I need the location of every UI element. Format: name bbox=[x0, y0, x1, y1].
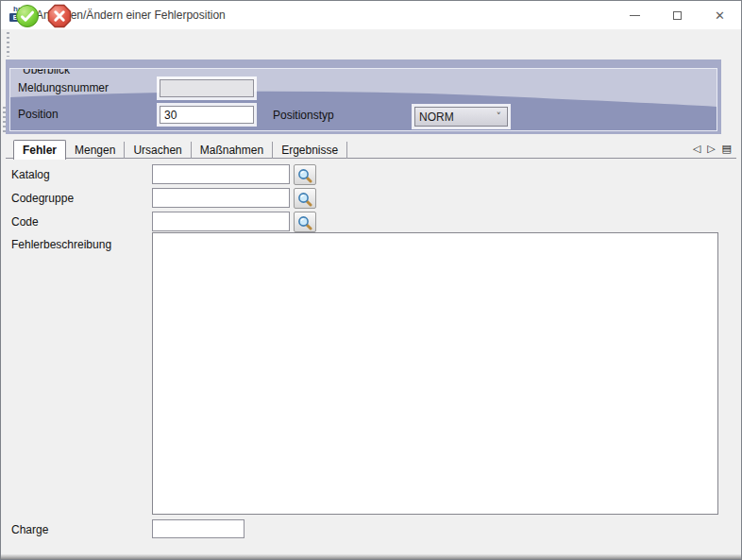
confirm-button[interactable] bbox=[15, 4, 40, 28]
magnifier-icon bbox=[297, 215, 312, 230]
minimize-icon bbox=[630, 15, 640, 16]
meldungsnummer-label: Meldungsnummer bbox=[18, 81, 109, 94]
dialog-window: hsc ERP Anzeigen/Ändern einer Fehlerposi… bbox=[0, 0, 742, 560]
codegruppe-label: Codegruppe bbox=[11, 192, 74, 205]
position-label: Position bbox=[18, 108, 59, 121]
positionstyp-select[interactable]: NORM ˅ bbox=[414, 107, 508, 127]
close-icon: ✕ bbox=[715, 9, 725, 22]
overview-wave-background bbox=[10, 69, 717, 131]
tab-massnahmen[interactable]: Maßnahmen bbox=[192, 142, 273, 159]
fehlerbeschreibung-textarea[interactable] bbox=[152, 232, 718, 515]
chevron-down-icon: ˅ bbox=[497, 110, 502, 123]
charge-field[interactable] bbox=[152, 519, 245, 538]
maximize-button[interactable] bbox=[656, 1, 699, 29]
codegruppe-field[interactable] bbox=[152, 188, 290, 208]
tab-strip: Fehler Mengen Ursachen Maßnahmen Ergebni… bbox=[13, 139, 347, 159]
magnifier-icon bbox=[297, 192, 312, 207]
katalog-field[interactable] bbox=[152, 164, 290, 184]
cancel-octagon-icon bbox=[47, 4, 72, 28]
positionstyp-selected-value: NORM bbox=[419, 110, 497, 124]
minimize-button[interactable] bbox=[614, 1, 656, 29]
tab-ursachen[interactable]: Ursachen bbox=[125, 142, 191, 159]
position-field[interactable] bbox=[160, 106, 254, 124]
cancel-button[interactable] bbox=[47, 4, 72, 28]
meldungsnummer-field[interactable] bbox=[160, 79, 254, 97]
katalog-search-button[interactable] bbox=[294, 164, 316, 185]
fehlerbeschreibung-label: Fehlerbeschreibung bbox=[11, 238, 111, 251]
toolbar bbox=[1, 29, 741, 59]
tab-mengen[interactable]: Mengen bbox=[66, 142, 125, 159]
maximize-icon bbox=[673, 11, 682, 20]
title-bar: hsc ERP Anzeigen/Ändern einer Fehlerposi… bbox=[1, 1, 741, 29]
toolbar-gripper[interactable] bbox=[7, 32, 9, 57]
tab-ergebnisse[interactable]: Ergebnisse bbox=[273, 142, 347, 159]
close-button[interactable]: ✕ bbox=[699, 1, 741, 29]
tab-fehler[interactable]: Fehler bbox=[13, 140, 66, 160]
tab-nav-controls: ◁ ▷ ▤ bbox=[693, 141, 732, 156]
code-field[interactable] bbox=[152, 212, 290, 231]
tab-list-icon[interactable]: ▤ bbox=[722, 144, 732, 154]
window-controls: ✕ bbox=[614, 1, 741, 29]
code-label: Code bbox=[11, 215, 39, 229]
code-search-button[interactable] bbox=[294, 212, 316, 232]
overview-legend: Überblick bbox=[19, 68, 74, 76]
codegruppe-search-button[interactable] bbox=[294, 188, 316, 209]
katalog-label: Katalog bbox=[11, 168, 50, 181]
positionstyp-label: Positionstyp bbox=[273, 109, 334, 122]
magnifier-icon bbox=[297, 168, 312, 183]
overview-groupbox: Überblick bbox=[9, 68, 717, 131]
tab-scroll-right-icon[interactable]: ▷ bbox=[707, 144, 715, 154]
overview-panel: Überblick Meldungsnummer Position Positi… bbox=[6, 59, 721, 134]
charge-label: Charge bbox=[11, 523, 48, 536]
tab-scroll-left-icon[interactable]: ◁ bbox=[693, 144, 700, 154]
tab-content-fehler: Katalog Codegruppe Code bbox=[6, 158, 736, 553]
check-circle-icon bbox=[15, 4, 40, 28]
